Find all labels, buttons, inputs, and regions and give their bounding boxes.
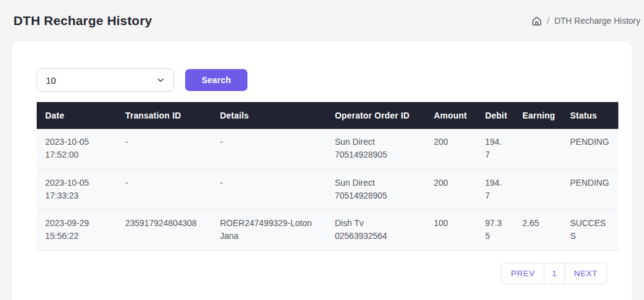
col-header-date: Date (37, 102, 117, 129)
cell-details: ROER247499329-Loton Jana (211, 210, 326, 250)
pagination: PREV 1 NEXT (501, 263, 607, 284)
table-row: 2023-09-29 15:56:22 235917924804308 ROER… (37, 210, 618, 250)
cell-debit: 194.7 (477, 129, 514, 169)
cell-date: 2023-10-05 17:52:00 (37, 129, 117, 169)
topbar: DTH Recharge History / DTH Recharge Hist… (0, 0, 644, 42)
recharge-history-table: Date Transation ID Details Operator Orde… (37, 102, 618, 251)
col-header-details: Details (211, 102, 326, 129)
col-header-transaction-id: Transation ID (117, 102, 211, 129)
table-row: 2023-10-05 17:33:23 - - Sun Direct 70514… (37, 169, 618, 210)
col-header-status: Status (562, 102, 618, 129)
breadcrumb-current: DTH Recharge History (554, 16, 640, 26)
cell-amount: 100 (425, 210, 477, 250)
cell-amount: 200 (425, 169, 477, 210)
cell-transaction-id: - (117, 129, 211, 169)
col-header-debit: Debit (477, 102, 514, 129)
cell-debit: 194.7 (477, 169, 514, 210)
breadcrumb: / DTH Recharge History (532, 16, 642, 26)
cell-operator-order-id: Dish Tv 02563932564 (326, 210, 425, 250)
cell-status: PENDING (562, 169, 618, 210)
col-header-amount: Amount (425, 102, 477, 129)
col-header-earning: Earning (514, 102, 562, 129)
breadcrumb-separator: / (547, 16, 549, 26)
pagination-next-button[interactable]: NEXT (565, 263, 607, 284)
page-size-select[interactable]: 10 (37, 68, 174, 92)
cell-transaction-id: 235917924804308 (117, 210, 211, 250)
pagination-page-1-button[interactable]: 1 (544, 263, 564, 284)
cell-debit: 97.35 (477, 210, 514, 250)
pagination-row: PREV 1 NEXT (37, 263, 607, 284)
search-button[interactable]: Search (185, 69, 247, 91)
breadcrumb-home-link[interactable] (532, 16, 542, 26)
home-icon (532, 16, 542, 26)
cell-earning (514, 129, 562, 169)
cell-date: 2023-09-29 15:56:22 (37, 210, 117, 250)
cell-transaction-id: - (117, 169, 211, 210)
cell-details: - (211, 129, 326, 169)
cell-earning: 2.65 (514, 210, 562, 250)
table-header: Date Transation ID Details Operator Orde… (37, 102, 618, 129)
table-row: 2023-10-05 17:52:00 - - Sun Direct 70514… (37, 129, 618, 169)
col-header-operator-order-id: Operator Order ID (326, 102, 425, 129)
page-size-value: 10 (46, 75, 56, 86)
cell-status: SUCCESS (562, 210, 618, 250)
cell-status: PENDING (562, 129, 618, 169)
cell-amount: 200 (425, 129, 477, 169)
cell-operator-order-id: Sun Direct 70514928905 (326, 169, 425, 210)
cell-details: - (211, 169, 326, 210)
cell-earning (514, 169, 562, 210)
cell-operator-order-id: Sun Direct 70514928905 (326, 129, 425, 169)
pagination-prev-button[interactable]: PREV (502, 263, 544, 284)
cell-date: 2023-10-05 17:33:23 (37, 169, 117, 210)
chevron-down-icon (156, 76, 165, 84)
controls-row: 10 Search (37, 68, 607, 92)
page-title: DTH Recharge History (13, 13, 152, 28)
content-card: 10 Search Date Transation ID Details Ope… (12, 42, 632, 300)
